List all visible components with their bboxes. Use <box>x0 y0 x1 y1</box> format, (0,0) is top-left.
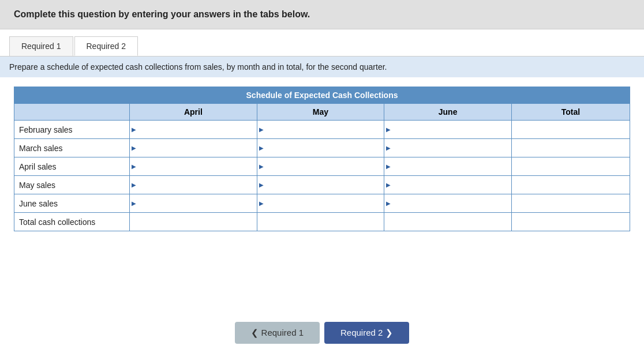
input-arrow-icon: ▶ <box>257 126 265 133</box>
input-arrow-icon: ▶ <box>384 126 392 133</box>
input-arrow-icon: ▶ <box>257 145 265 151</box>
cell-april[interactable]: ▶ <box>130 157 257 176</box>
cell-june[interactable]: ▶ <box>384 176 512 194</box>
page-wrapper: Complete this question by entering your … <box>0 0 644 353</box>
cell-may[interactable]: ▶ <box>257 157 384 176</box>
cell-total[interactable] <box>511 194 630 213</box>
tab-required1[interactable]: Required 1 <box>9 36 73 56</box>
table-row: March sales▶▶▶ <box>14 139 630 157</box>
row-label: April sales <box>14 157 130 176</box>
cell-total[interactable] <box>511 157 630 176</box>
table-container: Schedule of Expected Cash Collections Ap… <box>0 77 644 313</box>
col-header-june: June <box>384 104 512 121</box>
input-may[interactable] <box>265 139 384 157</box>
input-may[interactable] <box>265 121 384 138</box>
row-label: May sales <box>14 176 130 194</box>
input-may[interactable] <box>257 213 384 231</box>
input-april[interactable] <box>130 213 257 231</box>
row-label: June sales <box>14 194 130 213</box>
cell-june[interactable]: ▶ <box>384 157 512 176</box>
input-arrow-icon: ▶ <box>130 163 138 170</box>
input-total[interactable] <box>512 121 630 138</box>
next-button[interactable]: Required 2 ❯ <box>324 322 409 344</box>
cell-june[interactable]: ▶ <box>384 194 512 213</box>
table-row: April sales▶▶▶ <box>14 157 630 176</box>
schedule-table: Schedule of Expected Cash Collections Ap… <box>14 87 630 231</box>
cell-total[interactable] <box>511 213 630 231</box>
input-arrow-icon: ▶ <box>130 182 138 188</box>
input-total[interactable] <box>512 139 630 157</box>
cell-may[interactable]: ▶ <box>257 194 384 213</box>
cell-april[interactable] <box>130 213 257 231</box>
input-june[interactable] <box>392 157 511 175</box>
cell-total[interactable] <box>511 139 630 157</box>
cell-june[interactable]: ▶ <box>384 139 512 157</box>
input-april[interactable] <box>138 139 257 157</box>
main-content: Required 1 Required 2 Prepare a schedule… <box>0 29 644 353</box>
input-june[interactable] <box>392 176 511 194</box>
prev-button[interactable]: ❮ Required 1 <box>235 322 320 344</box>
input-april[interactable] <box>138 157 257 175</box>
input-arrow-icon: ▶ <box>130 200 138 206</box>
table-title: Schedule of Expected Cash Collections <box>14 87 630 104</box>
col-header-april: April <box>130 104 257 121</box>
input-arrow-icon: ▶ <box>257 163 265 170</box>
cell-may[interactable]: ▶ <box>257 176 384 194</box>
input-arrow-icon: ▶ <box>257 182 265 188</box>
tabs-row: Required 1 Required 2 <box>0 29 644 56</box>
header-banner: Complete this question by entering your … <box>0 0 644 29</box>
input-april[interactable] <box>138 121 257 138</box>
row-label: Total cash collections <box>14 213 130 231</box>
col-header-label <box>14 104 130 121</box>
instruction-bar: Prepare a schedule of expected cash coll… <box>0 56 644 77</box>
input-total[interactable] <box>512 157 630 175</box>
input-total[interactable] <box>512 194 630 212</box>
column-header-row: April May June Total <box>14 104 630 121</box>
cell-april[interactable]: ▶ <box>130 194 257 213</box>
input-arrow-icon: ▶ <box>384 200 392 206</box>
input-june[interactable] <box>392 121 511 138</box>
row-label: February sales <box>14 121 130 139</box>
col-header-may: May <box>257 104 384 121</box>
cell-total[interactable] <box>511 121 630 139</box>
input-arrow-icon: ▶ <box>257 200 265 206</box>
input-april[interactable] <box>138 176 257 194</box>
table-row: June sales▶▶▶ <box>14 194 630 213</box>
row-label: March sales <box>14 139 130 157</box>
input-total[interactable] <box>512 213 630 231</box>
table-row: Total cash collections <box>14 213 630 231</box>
cell-may[interactable] <box>257 213 384 231</box>
cell-april[interactable]: ▶ <box>130 176 257 194</box>
input-may[interactable] <box>265 194 384 212</box>
cell-may[interactable]: ▶ <box>257 139 384 157</box>
input-arrow-icon: ▶ <box>130 126 138 133</box>
table-row: May sales▶▶▶ <box>14 176 630 194</box>
cell-june[interactable] <box>384 213 512 231</box>
cell-april[interactable]: ▶ <box>130 121 257 139</box>
cell-april[interactable]: ▶ <box>130 139 257 157</box>
input-arrow-icon: ▶ <box>384 145 392 151</box>
title-row: Schedule of Expected Cash Collections <box>14 87 630 104</box>
input-total[interactable] <box>512 176 630 194</box>
input-may[interactable] <box>265 157 384 175</box>
input-april[interactable] <box>138 194 257 212</box>
input-arrow-icon: ▶ <box>384 182 392 188</box>
tab-required2[interactable]: Required 2 <box>74 36 138 56</box>
input-may[interactable] <box>265 176 384 194</box>
input-june[interactable] <box>392 194 511 212</box>
input-june[interactable] <box>384 213 511 231</box>
header-title: Complete this question by entering your … <box>14 9 630 20</box>
cell-may[interactable]: ▶ <box>257 121 384 139</box>
bottom-nav: ❮ Required 1 Required 2 ❯ <box>0 313 644 353</box>
cell-june[interactable]: ▶ <box>384 121 512 139</box>
input-arrow-icon: ▶ <box>384 163 392 170</box>
col-header-total: Total <box>511 104 630 121</box>
cell-total[interactable] <box>511 176 630 194</box>
input-june[interactable] <box>392 139 511 157</box>
input-arrow-icon: ▶ <box>130 145 138 151</box>
table-row: February sales▶▶▶ <box>14 121 630 139</box>
